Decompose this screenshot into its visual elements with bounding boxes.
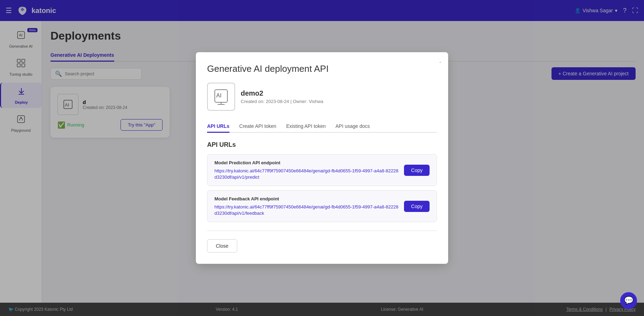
close-modal-button[interactable]: Close [207,239,237,253]
modal-project-name: demo2 [241,89,323,97]
modal-tab-create-token[interactable]: Create API token [239,121,276,133]
modal-divider [207,231,437,231]
modal-tab-api-urls[interactable]: API URLs [207,121,229,133]
feedback-copy-button[interactable]: Copy [404,201,430,212]
prediction-endpoint-name: Model Prediction API endpoint [214,160,398,165]
feedback-endpoint-url[interactable]: https://try.katonic.ai/64c77ff9f75907450… [214,204,398,216]
modal-project-icon: AI [207,83,235,111]
modal-project-meta: Created on: 2023-08-24 | Owner: Vishwa [241,99,323,104]
feedback-endpoint-card: Model Feedback API endpoint https://try.… [207,190,437,222]
modal-tabs: API URLs Create API token Existing API t… [207,121,437,133]
modal-close-button[interactable]: · [439,58,441,66]
feedback-endpoint-info: Model Feedback API endpoint https://try.… [214,196,398,216]
prediction-endpoint-card: Model Prediction API endpoint https://tr… [207,154,437,186]
modal-tab-api-docs[interactable]: API usage docs [335,121,370,133]
prediction-copy-button[interactable]: Copy [404,165,430,176]
modal-dialog: · Generative AI deployment API AI demo2 … [196,52,448,264]
chat-widget-button[interactable]: 💬 [620,292,637,309]
modal-title: Generative AI deployment API [207,63,437,74]
prediction-endpoint-info: Model Prediction API endpoint https://tr… [214,160,398,180]
modal-project-details: demo2 Created on: 2023-08-24 | Owner: Vi… [241,89,323,104]
modal-tab-existing-token[interactable]: Existing API token [286,121,326,133]
feedback-endpoint-name: Model Feedback API endpoint [214,196,398,201]
modal-project-header: AI demo2 Created on: 2023-08-24 | Owner:… [207,83,437,111]
prediction-endpoint-url[interactable]: https://try.katonic.ai/64c77ff9f75907450… [214,168,398,180]
api-urls-section-title: API URLs [207,141,437,149]
chat-icon: 💬 [624,296,633,305]
svg-text:AI: AI [216,92,221,98]
modal-overlay[interactable]: · Generative AI deployment API AI demo2 … [0,0,644,316]
